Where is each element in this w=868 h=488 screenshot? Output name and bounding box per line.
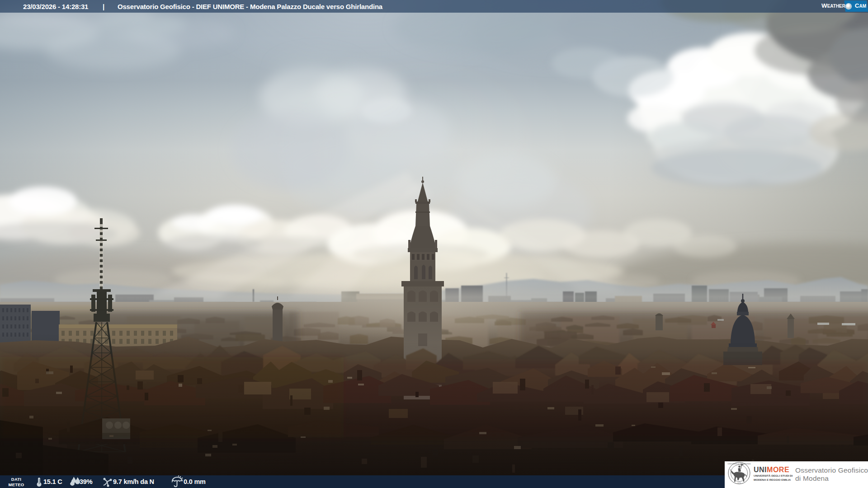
svg-text:1175: 1175 — [737, 482, 741, 484]
svg-text:UNIVERSITAS MUTINENSIS: UNIVERSITAS MUTINENSIS — [727, 463, 750, 465]
